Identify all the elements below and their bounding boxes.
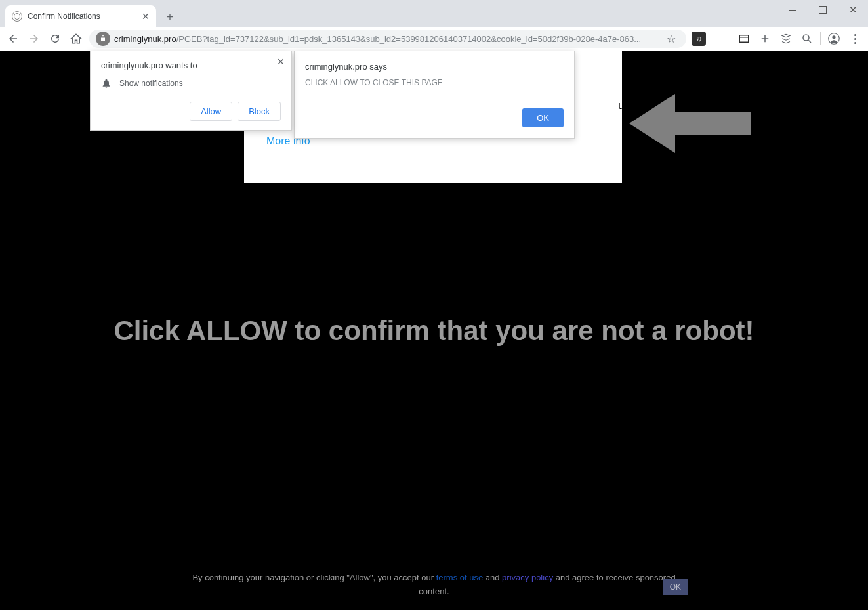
lock-icon	[96, 32, 110, 46]
headline-text: Click ALLOW to confirm that you are not …	[0, 315, 868, 347]
extension-layers-icon[interactable]	[778, 31, 794, 47]
bell-icon	[101, 78, 112, 89]
tab-title: Confirm Notifications	[28, 12, 100, 21]
browser-tab[interactable]: Confirm Notifications ✕	[5, 5, 156, 27]
terms-of-use-link[interactable]: terms of use	[436, 573, 484, 582]
dialog-title: criminglynuk.pro says	[305, 62, 564, 72]
consent-ok-button[interactable]: OK	[663, 579, 688, 595]
window-controls: ✕	[777, 0, 868, 20]
reload-button[interactable]	[47, 31, 63, 47]
profile-avatar-icon[interactable]	[826, 31, 842, 47]
home-button[interactable]	[68, 31, 84, 47]
extension-card-icon[interactable]	[736, 31, 752, 47]
notification-permission-popup: ✕ criminglynuk.pro wants to Show notific…	[90, 51, 292, 131]
extension-zoom-icon[interactable]	[799, 31, 815, 47]
bookmark-star-icon[interactable]: ☆	[663, 33, 680, 45]
javascript-dialog: criminglynuk.pro says CLICK ALLOW TO CLO…	[294, 51, 575, 139]
browser-tab-bar: Confirm Notifications ✕ + ✕	[0, 0, 868, 27]
dialog-ok-button[interactable]: OK	[522, 108, 564, 127]
minimize-button[interactable]	[777, 0, 808, 20]
globe-icon	[12, 11, 22, 22]
browser-menu-button[interactable]	[847, 31, 863, 47]
maximize-button[interactable]	[808, 0, 838, 20]
new-tab-button[interactable]: +	[160, 7, 180, 27]
extension-music-icon[interactable]: ♫	[692, 32, 706, 46]
clipped-text: ue	[618, 100, 630, 112]
forward-button[interactable]	[26, 31, 42, 47]
permission-title: criminglynuk.pro wants to	[101, 60, 281, 70]
dialog-message: CLICK ALLOW TO CLOSE THIS PAGE	[305, 78, 564, 87]
permission-row-label: Show notifications	[119, 79, 183, 88]
url-path: /PGEB?tag_id=737122&sub_id1=pdsk_1365143…	[176, 34, 641, 44]
consent-text: By continuing your navigation or clickin…	[0, 571, 868, 599]
arrow-left-icon	[629, 87, 751, 162]
svg-marker-3	[629, 94, 751, 153]
browser-toolbar: criminglynuk.pro /PGEB?tag_id=737122&sub…	[0, 27, 868, 51]
svg-point-0	[803, 35, 809, 41]
consent-mid: and	[486, 573, 502, 582]
privacy-policy-link[interactable]: privacy policy	[502, 573, 553, 582]
address-bar[interactable]: criminglynuk.pro /PGEB?tag_id=737122&sub…	[89, 30, 686, 48]
close-tab-icon[interactable]: ✕	[142, 11, 150, 22]
close-popup-icon[interactable]: ✕	[277, 56, 285, 67]
back-button[interactable]	[5, 31, 21, 47]
close-window-button[interactable]: ✕	[838, 0, 868, 20]
svg-point-2	[832, 35, 835, 39]
consent-pre: By continuing your navigation or clickin…	[192, 573, 436, 582]
extension-plus-icon[interactable]	[757, 31, 773, 47]
separator	[820, 32, 821, 45]
url-domain: criminglynuk.pro	[114, 34, 176, 44]
allow-button[interactable]: Allow	[190, 102, 232, 121]
block-button[interactable]: Block	[238, 102, 281, 121]
